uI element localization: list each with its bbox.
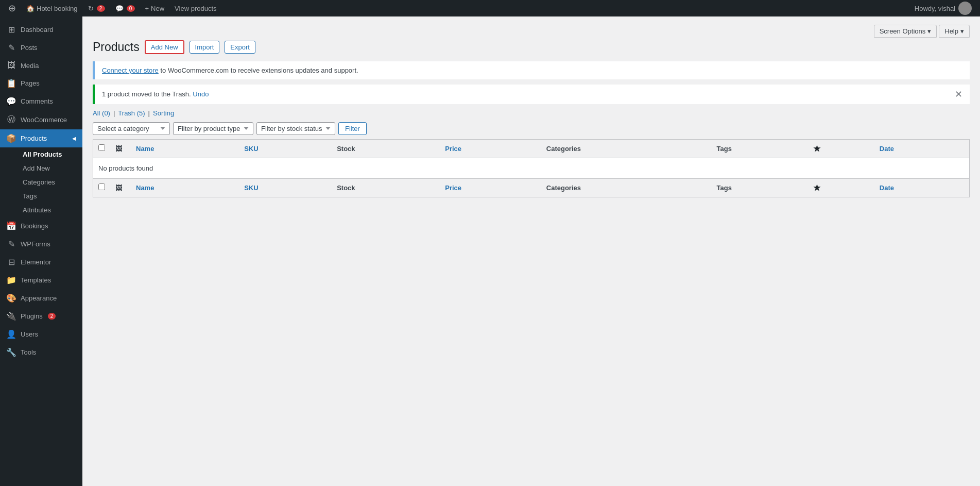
sidebar-item-plugins[interactable]: 🔌 Plugins 2 bbox=[0, 307, 82, 325]
sidebar-item-templates[interactable]: 📁 Templates bbox=[0, 271, 82, 289]
connect-store-link[interactable]: Connect your store bbox=[102, 66, 159, 74]
footer-name-sort-link[interactable]: Name bbox=[136, 184, 154, 192]
sidebar-item-dashboard[interactable]: ⊞ Dashboard bbox=[0, 21, 82, 39]
footer-sku-sort-link[interactable]: SKU bbox=[244, 184, 258, 192]
products-table: 🖼 Name SKU Stock Price bbox=[93, 139, 970, 197]
footer-featured-col: ★ bbox=[808, 178, 874, 197]
filter-links: All (0) | Trash (5) | Sorting bbox=[93, 109, 970, 117]
header-date-col: Date bbox=[874, 139, 970, 158]
filter-trash-link[interactable]: Trash (5) bbox=[118, 109, 145, 117]
product-type-filter[interactable]: Filter by product type bbox=[173, 122, 253, 135]
page-title: Products bbox=[93, 40, 140, 55]
sidebar-label-woocommerce: WooCommerce bbox=[21, 116, 67, 124]
sidebar-label-pages: Pages bbox=[21, 79, 40, 87]
page-header: Products Add New Import Export bbox=[93, 40, 970, 55]
table-header-row: 🖼 Name SKU Stock Price bbox=[93, 139, 970, 158]
submenu-all-products[interactable]: All Products bbox=[0, 147, 82, 161]
sidebar-item-tools[interactable]: 🔧 Tools bbox=[0, 343, 82, 361]
posts-icon: ✎ bbox=[6, 43, 16, 53]
sidebar-item-woocommerce[interactable]: Ⓦ WooCommerce bbox=[0, 110, 82, 129]
sidebar-item-media[interactable]: 🖼 Media bbox=[0, 57, 82, 74]
site-name: Hotel booking bbox=[37, 5, 78, 12]
footer-price-col: Price bbox=[440, 178, 541, 197]
sidebar-label-tools: Tools bbox=[21, 348, 36, 356]
appearance-icon: 🎨 bbox=[6, 293, 16, 303]
screen-options-button[interactable]: Screen Options ▾ bbox=[874, 25, 937, 38]
footer-stock-label: Stock bbox=[337, 184, 355, 192]
table-filters: Select a category Filter by product type… bbox=[93, 122, 970, 135]
sku-sort-link[interactable]: SKU bbox=[244, 145, 258, 153]
tools-icon: 🔧 bbox=[6, 347, 16, 357]
comments-menu-icon: 💬 bbox=[6, 96, 16, 106]
sidebar-item-pages[interactable]: 📋 Pages bbox=[0, 74, 82, 92]
screen-options-label: Screen Options bbox=[880, 27, 926, 35]
export-button[interactable]: Export bbox=[225, 41, 255, 54]
plugins-icon: 🔌 bbox=[6, 311, 16, 321]
sidebar-item-comments[interactable]: 💬 Comments bbox=[0, 92, 82, 110]
filter-button[interactable]: Filter bbox=[338, 122, 367, 135]
table-row-empty: No products found bbox=[93, 158, 970, 178]
comments-badge: 0 bbox=[127, 5, 135, 12]
sidebar-item-appearance[interactable]: 🎨 Appearance bbox=[0, 289, 82, 307]
trash-notice-message: 1 product moved to the Trash. Undo bbox=[102, 90, 209, 98]
header-sku-col: SKU bbox=[239, 139, 332, 158]
sidebar-item-elementor[interactable]: ⊟ Elementor bbox=[0, 253, 82, 271]
featured-star-icon: ★ bbox=[813, 144, 820, 153]
view-products-item[interactable]: View products bbox=[170, 0, 220, 16]
elementor-icon: ⊟ bbox=[6, 257, 16, 267]
filter-all-link[interactable]: All (0) bbox=[93, 109, 110, 117]
new-content-item[interactable]: + New bbox=[141, 0, 169, 16]
footer-image-icon: 🖼 bbox=[115, 184, 122, 192]
view-products-label: View products bbox=[175, 5, 216, 12]
sidebar-label-wpforms: WPForms bbox=[21, 240, 50, 248]
comments-item[interactable]: 💬 0 bbox=[111, 0, 139, 16]
sidebar-label-products: Products bbox=[21, 135, 47, 142]
stock-status-filter[interactable]: Filter by stock status bbox=[256, 122, 335, 135]
sidebar-item-bookings[interactable]: 📅 Bookings bbox=[0, 217, 82, 235]
wp-logo-item[interactable]: ⊕ bbox=[4, 0, 20, 16]
select-all-checkbox[interactable] bbox=[98, 144, 105, 151]
sidebar-item-users[interactable]: 👤 Users bbox=[0, 325, 82, 343]
sidebar-item-posts[interactable]: ✎ Posts bbox=[0, 39, 82, 57]
updates-icon: ↻ bbox=[88, 5, 94, 12]
help-label: Help bbox=[944, 27, 958, 35]
header-categories-col: Categories bbox=[541, 139, 712, 158]
select-all-footer-checkbox[interactable] bbox=[98, 183, 105, 190]
categories-col-label: Categories bbox=[546, 145, 581, 153]
new-label: New bbox=[151, 5, 164, 12]
sidebar-label-elementor: Elementor bbox=[21, 258, 51, 266]
submenu-tags[interactable]: Tags bbox=[0, 189, 82, 203]
users-icon: 👤 bbox=[6, 329, 16, 339]
sidebar-item-products[interactable]: 📦 Products ◀ bbox=[0, 129, 82, 147]
empty-message: No products found bbox=[93, 158, 970, 178]
submenu-add-new[interactable]: Add New bbox=[0, 161, 82, 175]
name-sort-link[interactable]: Name bbox=[136, 145, 154, 153]
updates-item[interactable]: ↻ 2 bbox=[84, 0, 109, 16]
footer-date-col: Date bbox=[874, 178, 970, 197]
help-button[interactable]: Help ▾ bbox=[939, 25, 970, 38]
add-new-button[interactable]: Add New bbox=[145, 40, 184, 54]
footer-date-sort-link[interactable]: Date bbox=[880, 184, 894, 192]
footer-price-sort-link[interactable]: Price bbox=[445, 184, 461, 192]
submenu-attributes[interactable]: Attributes bbox=[0, 203, 82, 217]
footer-checkbox-col bbox=[93, 178, 111, 197]
products-submenu: All Products Add New Categories Tags Att… bbox=[0, 147, 82, 217]
undo-link[interactable]: Undo bbox=[193, 90, 209, 98]
site-name-item[interactable]: 🏠 Hotel booking bbox=[22, 0, 82, 16]
bookings-icon: 📅 bbox=[6, 221, 16, 231]
dismiss-button[interactable]: ✕ bbox=[955, 90, 962, 99]
products-icon: 📦 bbox=[6, 133, 16, 143]
import-button[interactable]: Import bbox=[190, 41, 220, 54]
screen-options-arrow-icon: ▾ bbox=[927, 27, 931, 35]
category-filter[interactable]: Select a category bbox=[93, 122, 170, 135]
sidebar-label-users: Users bbox=[21, 330, 38, 338]
filter-sorting-link[interactable]: Sorting bbox=[153, 109, 174, 117]
user-info[interactable]: Howdy, vishal bbox=[910, 2, 976, 15]
footer-sku-col: SKU bbox=[239, 178, 332, 197]
submenu-categories[interactable]: Categories bbox=[0, 175, 82, 189]
sidebar-item-wpforms[interactable]: ✎ WPForms bbox=[0, 235, 82, 253]
date-sort-link[interactable]: Date bbox=[880, 145, 894, 153]
price-sort-link[interactable]: Price bbox=[445, 145, 461, 153]
footer-star-icon: ★ bbox=[813, 183, 820, 192]
footer-categories-label: Categories bbox=[546, 184, 581, 192]
